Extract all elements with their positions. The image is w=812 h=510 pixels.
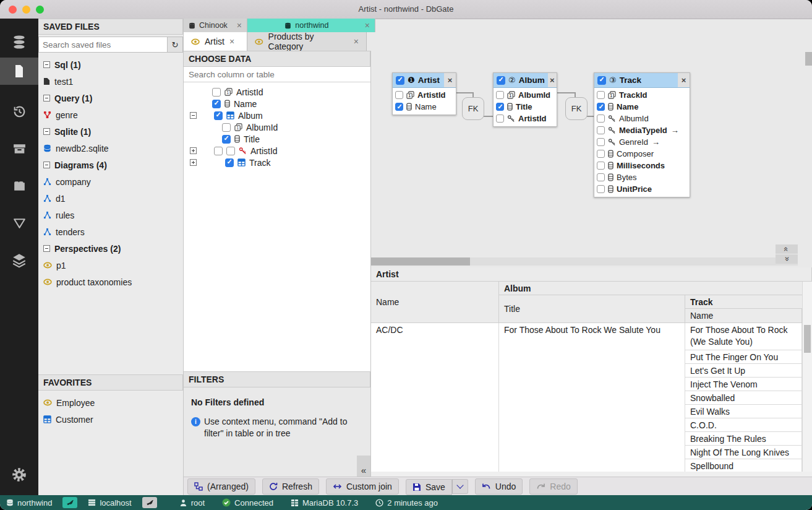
checkbox-checked[interactable] [496, 103, 504, 111]
grid-header-album-title[interactable]: Title [499, 295, 685, 323]
checkbox-unchecked[interactable] [222, 123, 231, 132]
favorite-item-employee[interactable]: Employee [38, 394, 183, 411]
expand-icon[interactable] [190, 159, 197, 166]
node-column-row[interactable]: MediaTypeId [597, 124, 687, 136]
status-database[interactable]: northwind [6, 498, 52, 508]
saved-files-search-input[interactable] [38, 37, 168, 53]
vertical-scrollbar-thumb[interactable] [805, 52, 812, 66]
tree-group-query[interactable]: Query (1) [38, 90, 183, 106]
collapse-icon[interactable] [43, 61, 50, 68]
node-column-row[interactable]: Name [395, 101, 453, 113]
files-icon[interactable] [0, 58, 38, 85]
collapse-icon[interactable] [43, 95, 50, 102]
expand-down-button[interactable]: « [776, 254, 798, 264]
grid-cell-track[interactable]: Night Of The Long Knives [685, 446, 801, 459]
expand-icon[interactable] [190, 147, 197, 154]
tree-item-diagram[interactable]: company [38, 173, 183, 190]
node-column-row[interactable]: 1ArtistId [395, 89, 453, 101]
grid-cell-album-title[interactable]: For Those About To Rock We Salute You [499, 323, 685, 472]
checkbox-checked[interactable] [396, 76, 404, 85]
column-checkbox-row[interactable]: 1ArtistId [184, 86, 370, 98]
grid-cell-track[interactable]: Put The Finger On You [685, 350, 801, 364]
node-column-row[interactable]: Name [597, 101, 687, 113]
node-column-row[interactable]: Milliseconds [597, 160, 687, 171]
scrollbar-thumb[interactable] [371, 257, 470, 266]
checkbox-unchecked[interactable] [395, 91, 403, 99]
checkbox-unchecked[interactable] [496, 91, 504, 99]
redo-button[interactable]: Redo [529, 478, 577, 495]
tree-item-perspective[interactable]: product taxonomies [38, 274, 183, 290]
diagram-table-artist[interactable]: ❶ Artist 1ArtistId Name [392, 72, 456, 115]
grid-header-artist-name[interactable]: Name [371, 282, 499, 323]
grid-cell-track[interactable]: Spellbound [685, 459, 801, 472]
expand-up-button[interactable]: « [776, 244, 798, 254]
grid-header-album[interactable]: Album [499, 282, 812, 295]
checkbox-unchecked[interactable] [212, 88, 221, 97]
close-icon[interactable] [548, 73, 557, 87]
checkbox-checked[interactable] [497, 76, 505, 85]
choose-data-search-input[interactable] [184, 67, 370, 82]
vertical-scrollbar[interactable] [802, 282, 812, 472]
node-column-row[interactable]: UnitPrice [597, 183, 687, 195]
grid-cell-track[interactable]: Snowballed [685, 391, 801, 405]
checkbox-checked[interactable] [597, 103, 605, 111]
checkbox-checked[interactable] [222, 135, 231, 144]
node-column-row[interactable]: GenreId [597, 136, 687, 148]
status-server[interactable]: localhost [88, 498, 131, 508]
close-icon[interactable] [365, 20, 370, 30]
close-icon[interactable] [237, 20, 242, 30]
diagram-table-album[interactable]: ② Album 1AlbumId Title ArtistId [493, 72, 557, 127]
save-dropdown-button[interactable] [452, 479, 468, 494]
collapse-icon[interactable] [190, 112, 197, 119]
node-column-row[interactable]: ArtistId [496, 113, 554, 124]
grid-cell-track[interactable]: Let's Get It Up [685, 364, 801, 378]
checkbox-unchecked[interactable] [496, 115, 504, 123]
horizontal-scroll-track[interactable] [371, 472, 812, 477]
filter-icon[interactable] [0, 209, 38, 236]
grid-cell-track[interactable]: For Those About To Rock (We Salute You) [685, 323, 801, 350]
foreign-key-checkbox-row[interactable]: ArtistId [184, 145, 370, 157]
favorite-item-customer[interactable]: Customer [38, 411, 183, 428]
checkbox-checked[interactable] [597, 76, 606, 85]
history-icon[interactable] [0, 98, 38, 125]
column-checkbox-row[interactable]: 1AlbumId [184, 121, 370, 133]
status-engine-version[interactable]: MariaDB 10.7.3 [291, 498, 358, 508]
fk-join-badge[interactable]: FK [565, 97, 588, 120]
checkbox-checked[interactable] [214, 111, 223, 120]
settings-gear-icon[interactable] [0, 461, 38, 488]
layers-icon[interactable] [0, 246, 38, 274]
node-column-row[interactable]: 1TrackId [597, 89, 687, 101]
grid-header-track-name[interactable]: Name [685, 309, 802, 323]
tree-item-sqlite-db[interactable]: newdb2.sqlite [38, 140, 183, 157]
close-icon[interactable] [229, 37, 234, 46]
tab-artist[interactable]: Artist [184, 32, 247, 51]
grid-cell-track[interactable]: Inject The Venom [685, 378, 801, 391]
tab-chinook[interactable]: Chinook [184, 19, 247, 32]
checkbox-unchecked[interactable] [226, 147, 235, 155]
status-last-refresh[interactable]: 2 minutes ago [375, 498, 438, 508]
node-column-row[interactable]: Bytes [597, 171, 687, 183]
checkbox-unchecked[interactable] [214, 147, 223, 155]
close-icon[interactable] [354, 37, 359, 46]
grid-cell-artist[interactable]: AC/DC [371, 323, 499, 472]
grid-cell-track[interactable]: Breaking The Rules [685, 432, 801, 446]
fk-join-badge[interactable]: FK [462, 97, 484, 120]
book-icon[interactable] [0, 172, 38, 199]
table-checkbox-row[interactable]: Album [184, 110, 370, 121]
archive-icon[interactable] [0, 135, 38, 162]
collapse-icon[interactable] [43, 128, 50, 135]
grid-cell-track[interactable]: C.O.D. [685, 418, 801, 432]
grid-header-track[interactable]: Track [685, 295, 812, 309]
collapse-icon[interactable] [43, 245, 50, 252]
tree-group-perspectives[interactable]: Perspectives (2) [38, 240, 183, 257]
column-checkbox-row[interactable]: Title [184, 133, 370, 145]
node-column-row[interactable]: Title [496, 101, 554, 113]
undo-button[interactable]: Undo [475, 478, 523, 495]
checkbox-checked[interactable] [225, 158, 234, 167]
diagram-table-track[interactable]: ③ Track 1TrackId Name AlbumId MediaTypeI… [594, 72, 690, 197]
checkbox-checked[interactable] [212, 100, 221, 108]
checkbox-unchecked[interactable] [597, 185, 605, 193]
tree-group-sqlite[interactable]: Sqlite (1) [38, 123, 183, 140]
checkbox-unchecked[interactable] [597, 162, 605, 170]
arranged-button[interactable]: (Arranged) [187, 478, 255, 495]
